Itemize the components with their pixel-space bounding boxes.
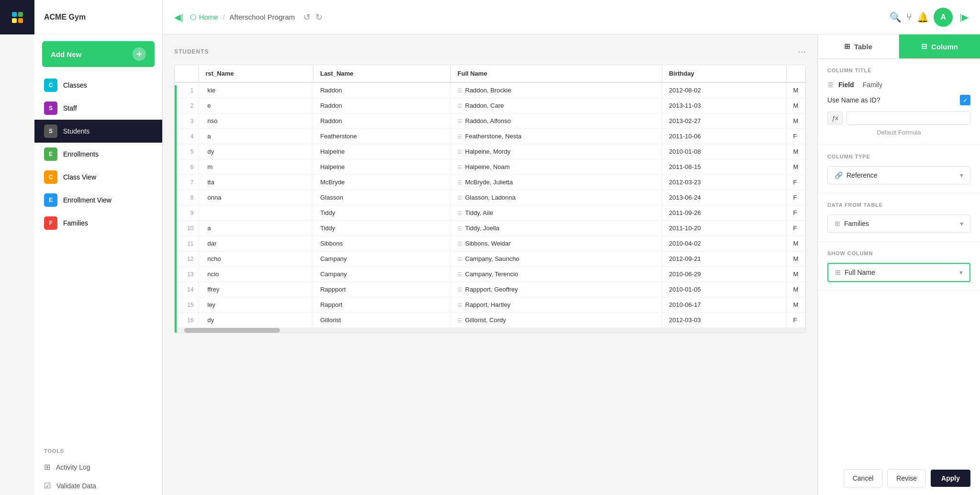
sidebar-item-enrollment-view[interactable]: E Enrollment View [34,189,162,212]
field-sort-icon: ≣ [827,80,834,89]
enrollment-view-icon: E [44,193,57,207]
data-from-table-label: DATA FROM TABLE [827,202,970,208]
home-link[interactable]: ⬡ Home [190,13,218,22]
fx-badge: ƒx [827,112,843,124]
col-extra [786,65,805,82]
table-row: 3 nso Raddon ☰Raddon, Alfonso 2013-02-27… [175,113,805,129]
sidebar-item-label: Class View [63,173,96,181]
show-column-dropdown[interactable]: ⊞ Full Name ▾ [827,263,970,282]
sidebar-item-class-view[interactable]: C Class View [34,166,162,189]
use-name-id-checkbox[interactable]: ✓ [960,95,970,105]
home-icon: ⬡ [190,13,196,22]
tab-column[interactable]: ⊟ Column [899,34,980,58]
column-tab-icon: ⊟ [921,42,927,51]
table-row: 7 tta McBryde ☰McBryde, Julietta 2012-03… [175,175,805,190]
use-name-id-row: Use Name as ID? ✓ [827,95,970,105]
chevron-down-icon: ▾ [960,171,963,179]
activity-log-item[interactable]: ⊞ Activity Log [34,458,162,476]
sidebar-header: ACME Gym [34,0,162,34]
right-panel: ⊞ Table ⊟ Column COLUMN TITLE ≣ Field Fa… [817,34,980,495]
app-name: ACME Gym [44,13,86,22]
sidebar-item-classes[interactable]: C Classes [34,74,162,97]
validate-data-item[interactable]: ☑ Validate Data [34,476,162,495]
undo-button[interactable]: ↺ [303,12,311,22]
tab-table[interactable]: ⊞ Table [818,34,899,58]
sidebar-item-staff[interactable]: S Staff [34,97,162,120]
add-new-plus-icon: + [133,47,146,61]
table-row: 2 e Raddon ☰Raddon, Care 2013-11-03 M [175,98,805,113]
activity-log-label: Activity Log [56,463,90,471]
breadcrumb: Afterschool Program [230,13,295,21]
table-scrollbar[interactable] [175,328,805,333]
table-tab-label: Table [854,43,872,51]
column-tab-label: Column [931,43,958,51]
activity-log-icon: ⊞ [44,462,50,472]
tools-label: TOOLS [34,440,162,458]
col-full-name: Full Name [451,65,662,82]
formula-row: ƒx [827,111,970,125]
bell-button[interactable]: 🔔 [917,11,929,23]
redo-button[interactable]: ↻ [315,12,323,22]
field-row: ≣ Field Family [827,80,970,89]
share-button[interactable]: ⑂ [906,11,912,22]
data-from-table-dropdown[interactable]: ⊞ Families ▾ [827,214,970,233]
column-type-value: Reference [846,171,956,179]
breadcrumb-sep: / [223,13,225,21]
col-birthday: Birthday [662,65,786,82]
show-col-icon: ⊞ [835,269,841,276]
sidebar-item-students[interactable]: S Students [34,120,162,143]
table-row: 13 ncio Campany ☰Campany, Terencio 2010-… [175,267,805,282]
add-new-button[interactable]: Add New + [42,41,155,67]
view-tab-bar: ⊞ Table ⊟ Column [818,34,980,59]
table-row: 9 Tiddy ☰Tiddy, Aile 2011-09-26 F [175,205,805,221]
table-row: 15 ley Rapport ☰Rapport, Hartley 2010-06… [175,297,805,313]
sidebar-item-label: Enrollments [63,150,99,158]
data-from-table-section: DATA FROM TABLE ⊞ Families ▾ [818,193,980,242]
table-row: 11 dar Sibbons ☰Sibbons, Weidar 2010-04-… [175,236,805,251]
table-menu-icon[interactable]: ··· [798,46,806,57]
families-table-icon: ⊞ [835,220,840,227]
sidebar-item-label: Families [63,219,88,227]
staff-icon: S [44,101,57,115]
table-row: 14 ffrey Rappport ☰Rappport, Geoffrey 20… [175,282,805,297]
col-first-name: rst_Name [199,65,313,82]
table-header: STUDENTS ··· [174,46,806,57]
nav-section: C Classes S Staff S Students E Enrollmen… [34,74,162,235]
classes-icon: C [44,79,57,92]
topbar: ◀| ⬡ Home / Afterschool Program ↺ ↻ 🔍 ⑂ … [163,0,980,34]
sidebar-item-families[interactable]: F Families [34,212,162,235]
scrollbar-thumb[interactable] [184,328,280,333]
col-last-name: Last_Name [313,65,451,82]
data-table: rst_Name Last_Name Full Name Birthday 1 … [175,65,805,328]
data-from-table-value: Families [844,220,956,227]
class-view-icon: C [44,170,57,184]
formula-input[interactable] [846,111,970,125]
table-row: 5 dy Halpeine ☰Halpeine, Mordy 2010-01-0… [175,144,805,159]
sidebar-item-label: Enrollment View [63,196,111,204]
search-button[interactable]: 🔍 [890,11,902,23]
table-row: 10 a Tiddy ☰Tiddy, Joella 2011-10-20 F [175,221,805,236]
nav-back-button[interactable]: ◀| [172,10,185,24]
use-name-id-label: Use Name as ID? [827,96,955,104]
link-icon: 🔗 [835,171,843,179]
show-column-value: Full Name [845,269,956,276]
enrollments-icon: E [44,147,57,161]
validate-data-label: Validate Data [56,482,96,490]
table-row: 1 kie Raddon ☰Raddon, Brockie 2012-08-02… [175,82,805,98]
column-type-section: COLUMN TYPE 🔗 Reference ▾ [818,145,980,193]
validate-icon: ☑ [44,481,51,490]
column-type-label: COLUMN TYPE [827,154,970,159]
show-column-label: SHOW COLUMN [827,250,970,256]
table-row: 6 m Halpeine ☰Halpeine, Noam 2011-08-15 … [175,159,805,175]
column-type-dropdown[interactable]: 🔗 Reference ▾ [827,166,970,184]
cancel-button[interactable]: Cancel [844,469,883,487]
avatar[interactable]: A [934,8,953,27]
sidebar-item-enrollments[interactable]: E Enrollments [34,143,162,166]
panel-actions: Cancel Revise Apply [818,461,980,495]
revise-button[interactable]: Revise [887,469,926,487]
apply-button[interactable]: Apply [931,470,970,487]
chevron-down-icon3: ▾ [959,269,963,276]
app-logo [0,0,34,34]
show-column-section: SHOW COLUMN ⊞ Full Name ▾ [818,242,980,291]
nav-forward-button[interactable]: |▶ [958,10,970,24]
